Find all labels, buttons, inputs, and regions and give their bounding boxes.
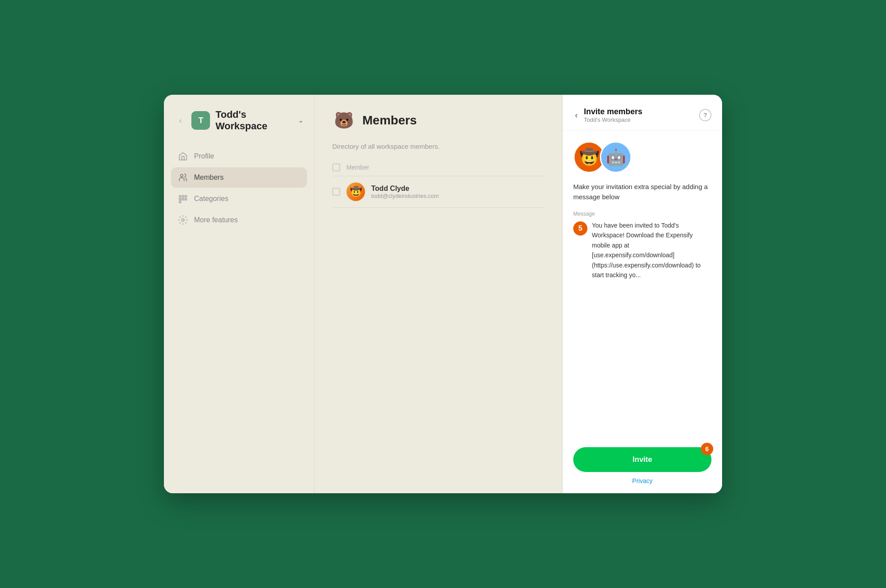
right-panel-title-group: ‹ Invite members Todd's Workspace [573,107,642,123]
page-title: Members [362,113,417,128]
sidebar-item-profile[interactable]: Profile [171,146,307,166]
right-panel-header: ‹ Invite members Todd's Workspace ? [563,95,722,131]
member-table-header: Member [332,159,544,176]
sidebar-profile-label: Profile [194,152,214,160]
svg-rect-1 [179,201,181,203]
member-info: Todd Clyde todd@clydeindustries.com [371,185,439,199]
sidebar-nav: Profile Members [164,143,314,234]
right-panel: ‹ Invite members Todd's Workspace ? 🤠 🤖 … [563,95,722,493]
main-content: 🐻 Members Directory of all workspace mem… [315,95,563,493]
right-panel-titles: Invite members Todd's Workspace [584,107,642,123]
member-name: Todd Clyde [371,185,439,193]
sidebar-more-label: More features [194,216,238,224]
avatar: 🤠 [346,182,365,201]
invite-description: Make your invitation extra special by ad… [573,182,711,202]
sidebar-header: ‹ T Todd's Workspace ⌄ [164,95,314,143]
member-table: Member 🤠 Todd Clyde todd@clydeindustries… [332,159,544,208]
step-5-badge: 5 [573,221,587,236]
right-panel-back-button[interactable]: ‹ [573,109,579,122]
members-page-icon: 🐻 [332,109,355,132]
sidebar-item-categories[interactable]: Categories [171,189,307,209]
invite-btn-wrapper: Invite 6 [573,447,711,472]
sidebar-item-more[interactable]: More features [171,210,307,230]
categories-icon [178,194,188,204]
table-row[interactable]: 🤠 Todd Clyde todd@clydeindustries.com [332,176,544,208]
step-6-badge: 6 [701,443,713,455]
svg-point-0 [181,174,183,177]
sidebar-item-members[interactable]: Members [171,167,307,188]
svg-point-2 [182,219,184,221]
right-panel-title: Invite members [584,107,642,116]
right-panel-body: 🤠 🤖 Make your invitation extra special b… [563,131,722,440]
header-checkbox[interactable] [332,163,340,171]
workspace-avatar: T [191,111,210,130]
page-header: 🐻 Members [332,109,544,132]
invite-button[interactable]: Invite [573,447,711,472]
avatar-blue: 🤖 [600,141,632,173]
members-icon [178,173,188,182]
sidebar-categories-label: Categories [194,195,228,203]
gear-icon [178,215,188,225]
message-label: Message [573,211,711,217]
sidebar: ‹ T Todd's Workspace ⌄ Profile [164,95,315,493]
back-button[interactable]: ‹ [175,114,186,127]
workspace-chevron-icon: ⌄ [298,117,303,124]
home-icon [178,151,188,161]
message-textarea[interactable] [592,220,711,429]
message-area-wrapper: 5 [573,220,711,429]
workspace-name[interactable]: Todd's Workspace ⌄ [215,109,303,132]
member-checkbox[interactable] [332,188,340,196]
app-container: ‹ T Todd's Workspace ⌄ Profile [164,95,722,493]
sidebar-members-label: Members [194,174,224,182]
member-email: todd@clydeindustries.com [371,193,439,199]
help-button[interactable]: ? [699,109,711,121]
invite-avatars: 🤠 🤖 [573,141,711,173]
privacy-link[interactable]: Privacy [632,477,653,484]
right-panel-subtitle: Todd's Workspace [584,116,642,123]
member-column-header: Member [346,164,369,171]
right-panel-footer: Invite 6 Privacy [563,440,722,493]
page-description: Directory of all workspace members. [332,143,544,150]
